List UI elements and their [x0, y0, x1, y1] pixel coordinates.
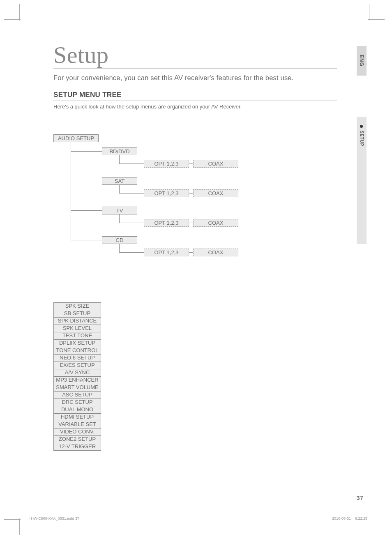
footer-left: - HW-C900-XAA_0831.indd 37: [29, 516, 79, 521]
tree-leaf: COAX: [193, 189, 238, 197]
connector-line: [189, 164, 193, 164]
connector-line: [119, 244, 120, 252]
tree-stack-item: EX/ES SETUP: [53, 362, 101, 369]
tree-stack-item: SMART VOLUME: [53, 384, 101, 392]
tree-stack-item: HDMI SETUP: [53, 413, 101, 421]
connector-line: [119, 155, 120, 164]
footer-time: 6:22:25: [355, 516, 367, 521]
crop-mark: [368, 19, 385, 20]
connector-line: [71, 181, 102, 181]
connector-line: [119, 252, 144, 253]
crop-mark: [4, 519, 21, 520]
tree-stack-item: NEO:6 SETUP: [53, 354, 101, 362]
connector-line: [119, 164, 144, 164]
tree-stack-item: VIDEO CONV.: [53, 428, 101, 436]
tree-leaf: OPT 1,2,3: [144, 160, 189, 168]
page-title: Setup: [53, 41, 337, 69]
connector-line: [189, 223, 193, 223]
section-heading: SETUP MENU TREE: [53, 91, 337, 101]
tree-stack-item: DUAL MONO: [53, 406, 101, 414]
connector-line: [119, 214, 120, 223]
tree-stack-item: SPK DISTANCE: [53, 317, 101, 325]
tree-branch: TV: [102, 207, 137, 214]
tree-root: AUDIO SETUP: [53, 134, 99, 142]
tree-stack-item: ASC SETUP: [53, 391, 101, 399]
connector-line: [71, 240, 102, 240]
tree-branch: BD/DVD: [102, 147, 137, 155]
footer-right: 2010-08-31 6:22:25: [332, 516, 367, 521]
tree-stack-item: SB SETUP: [53, 310, 101, 318]
crop-mark: [19, 518, 20, 535]
connector-line: [119, 185, 120, 193]
tab-language-label: ENG: [359, 55, 364, 67]
tree-branch: SAT: [102, 177, 137, 185]
tree-stack-item: DPLIIX SETUP: [53, 339, 101, 347]
footer-date: 2010-08-31: [332, 516, 351, 521]
crop-mark: [19, 4, 20, 21]
tree-leaf: COAX: [193, 249, 238, 256]
tree-leaf: OPT 1,2,3: [144, 249, 189, 256]
tree-stack-item: SPK SIZE: [53, 302, 101, 310]
bullet-icon: [360, 125, 363, 128]
tab-section: SETUP: [357, 117, 367, 244]
tree-leaf: COAX: [193, 219, 238, 227]
tree-stack-item: DRC SETUP: [53, 398, 101, 406]
section-subtext: Here's a quick look at how the setup men…: [53, 104, 337, 110]
tree-stack-item: 12-V TRIGGER: [53, 443, 101, 451]
tree-leaf: OPT 1,2,3: [144, 219, 189, 227]
page: ENG SETUP Setup For your convenience, yo…: [0, 0, 392, 539]
tab-language: ENG: [357, 46, 367, 76]
page-number: 37: [356, 494, 363, 501]
tree-branch: CD: [102, 236, 137, 244]
tree-stack: SPK SIZESB SETUPSPK DISTANCESPK LEVELTES…: [53, 303, 101, 451]
menu-tree-diagram: AUDIO SETUP BD/DVDOPT 1,2,3COAXSATOPT 1,…: [53, 134, 316, 463]
tree-stack-item: ZONE2 SETUP: [53, 435, 101, 443]
connector-line: [71, 151, 102, 152]
tree-stack-item: SPK LEVEL: [53, 325, 101, 332]
connector-line: [189, 193, 193, 193]
connector-line: [71, 210, 102, 211]
connector-line: [189, 252, 193, 253]
tree-stack-item: A/V SYNC: [53, 369, 101, 377]
tree-stack-item: VARIABLE SET: [53, 421, 101, 428]
tree-stack-item: MP3 ENHANCER: [53, 376, 101, 384]
connector-line: [71, 142, 71, 240]
content-area: Setup For your convenience, you can set …: [53, 41, 337, 463]
crop-mark: [4, 19, 21, 20]
intro-text: For your convenience, you can set this A…: [53, 74, 337, 82]
tree-leaf: OPT 1,2,3: [144, 189, 189, 197]
tree-leaf: COAX: [193, 160, 238, 168]
crop-mark: [369, 4, 369, 21]
connector-line: [119, 223, 144, 223]
tree-stack-item: TONE CONTROL: [53, 347, 101, 355]
tab-section-label: SETUP: [360, 131, 364, 146]
tree-stack-item: TEST TONE: [53, 332, 101, 340]
connector-line: [119, 193, 144, 193]
